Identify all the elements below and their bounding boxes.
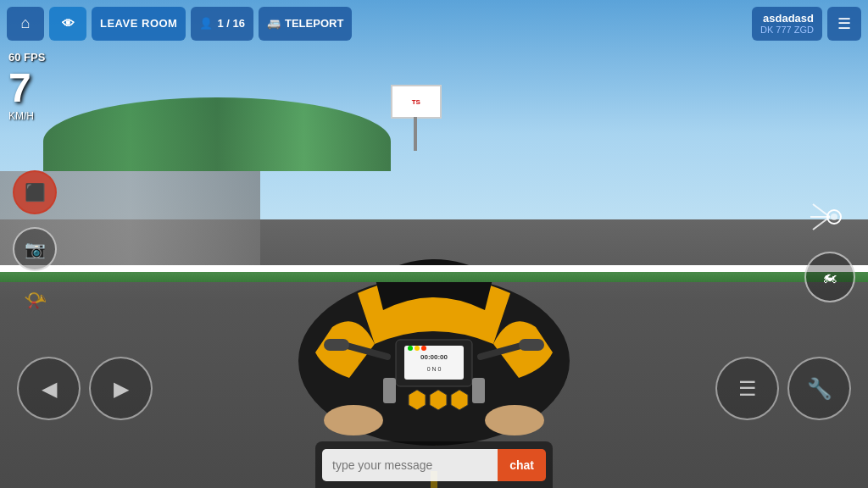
eye-button[interactable]: 👁 xyxy=(49,7,86,41)
steer-right-button[interactable]: ▶ xyxy=(89,357,153,420)
throttle-button[interactable]: 🔧 xyxy=(787,357,851,420)
billboard-pole xyxy=(414,117,417,151)
home-button[interactable]: ⌂ xyxy=(7,7,44,41)
menu-button[interactable]: ☰ xyxy=(827,7,861,41)
speed-unit: KM/H xyxy=(8,110,34,122)
moto-mode-button[interactable]: 🏍 xyxy=(804,252,855,302)
record-icon: ⬛ xyxy=(25,182,46,202)
players-count: 1 / 16 xyxy=(217,17,245,30)
list-icon: ☰ xyxy=(738,377,757,401)
chat-send-button[interactable]: chat xyxy=(498,449,546,481)
bottom-right-controls: ☰ 🔧 xyxy=(715,357,851,420)
hud-top-bar: ⌂ 👁 LEAVE ROOM 👤 1 / 16 🚐 TELEPORT asdad… xyxy=(0,0,868,47)
camera-button[interactable]: 📷 xyxy=(13,227,57,271)
players-button[interactable]: 👤 1 / 16 xyxy=(191,7,253,41)
svg-point-7 xyxy=(421,346,426,351)
throttle-icon: 🔧 xyxy=(807,377,832,401)
svg-rect-18 xyxy=(472,378,485,403)
left-arrow-icon: ◀ xyxy=(42,377,57,401)
leave-room-label: LEAVE ROOM xyxy=(100,17,177,30)
svg-rect-11 xyxy=(519,339,544,351)
camera-icon: 📷 xyxy=(25,239,46,259)
menu-icon: ☰ xyxy=(837,14,851,33)
players-sep: / xyxy=(226,17,232,30)
svg-rect-17 xyxy=(383,378,396,403)
leave-room-button[interactable]: LEAVE ROOM xyxy=(92,7,186,41)
svg-text:0    N    0: 0 N 0 xyxy=(427,366,442,372)
player-plate: DK 777 ZGD xyxy=(760,25,814,35)
eye-icon: 👁 xyxy=(62,16,75,30)
person-icon: 👤 xyxy=(199,17,213,30)
svg-point-16 xyxy=(485,405,544,435)
billboard: TS xyxy=(391,85,442,119)
speed-indicator: 7 KM/H xyxy=(8,68,34,122)
player-name: asdadasd xyxy=(760,12,814,25)
road-divider xyxy=(0,265,868,272)
chat-input[interactable] xyxy=(322,449,498,481)
billboard-text: TS xyxy=(412,98,420,106)
teleport-button[interactable]: 🚐 TELEPORT xyxy=(259,7,352,41)
svg-point-23 xyxy=(831,214,837,220)
fps-display: 60 FPS xyxy=(8,51,45,64)
svg-text:00:00:00: 00:00:00 xyxy=(420,353,448,361)
home-icon: ⌂ xyxy=(21,14,31,32)
teleport-label: TELEPORT xyxy=(285,17,343,30)
svg-point-5 xyxy=(408,346,413,351)
fps-label: 60 FPS xyxy=(8,51,45,64)
grass-strip xyxy=(0,272,868,282)
truck-icon: 🚐 xyxy=(267,17,281,30)
list-button[interactable]: ☰ xyxy=(715,357,779,420)
player-info-panel: asdadasd DK 777 ZGD xyxy=(752,7,822,41)
players-current: 1 xyxy=(217,17,223,30)
headlight-button[interactable] xyxy=(808,195,852,239)
svg-point-15 xyxy=(324,405,383,435)
svg-rect-2 xyxy=(404,346,464,380)
steering-controls: ◀ ▶ xyxy=(17,357,153,420)
chat-bar: chat xyxy=(315,441,553,488)
game-viewport: TS 00:00:00 0 N 0 xyxy=(0,0,868,488)
right-arrow-icon: ▶ xyxy=(114,377,129,401)
svg-point-6 xyxy=(415,346,420,351)
svg-rect-10 xyxy=(324,339,349,351)
horn-button[interactable]: 📯 xyxy=(13,284,57,318)
motorcycle-visual: 00:00:00 0 N 0 xyxy=(222,208,646,446)
speed-value: 7 xyxy=(8,68,34,108)
horn-icon: 📯 xyxy=(24,290,47,312)
players-max: 16 xyxy=(233,17,245,30)
moto-icon: 🏍 xyxy=(822,269,837,286)
steer-left-button[interactable]: ◀ xyxy=(17,357,81,420)
left-controls: ⬛ 📷 📯 xyxy=(13,170,57,318)
right-controls: 🏍 xyxy=(804,195,855,302)
record-button[interactable]: ⬛ xyxy=(13,170,57,214)
